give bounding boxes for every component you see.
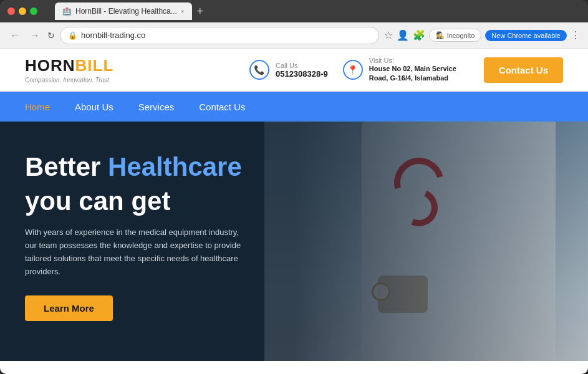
incognito-icon: 🕵️ [436,31,445,39]
tab-title: HornBill - Elevating Healthca... [75,7,177,16]
tab-close-button[interactable]: × [181,8,185,15]
phone-info: Call Us 0512308328-9 [276,62,328,79]
nav-home[interactable]: Home [25,94,50,120]
hero-description: With years of experience in the medical … [25,226,249,278]
refresh-button[interactable]: ↻ [47,31,55,41]
forward-button[interactable]: → [27,27,42,44]
nav-contact[interactable]: Contact Us [199,94,245,120]
website-content: HORNBILL Compassion. Innovation. Trust 📞… [0,49,588,374]
hero-title-healthcare: Healthcare [108,152,242,181]
browser-titlebar: 🏥 HornBill - Elevating Healthca... × + [0,0,588,22]
hero-title-better: Better [25,152,108,181]
visit-label: Visit Us: [369,57,469,64]
nav-services[interactable]: Services [138,94,175,120]
traffic-lights [7,7,37,15]
logo-bill: BILL [75,56,114,75]
extensions-icon[interactable]: 🧩 [413,29,425,41]
back-button[interactable]: ← [7,27,22,44]
toolbar-actions: ☆ 👤 🧩 🕵️ Incognito New Chrome available … [384,29,581,42]
tab-bar: 🏥 HornBill - Elevating Healthca... × + [50,2,581,20]
url-text: hornbill-trading.co [81,31,145,40]
incognito-badge: 🕵️ Incognito [429,29,482,42]
location-icon: 📍 [343,60,363,80]
call-label: Call Us [276,62,328,69]
minimize-window-button[interactable] [19,7,26,15]
hero-section: Better Healthcare you can get With years… [0,122,588,361]
bookmark-icon[interactable]: ☆ [384,29,393,41]
phone-number: 0512308328-9 [276,69,328,79]
phone-icon: 📞 [249,60,269,80]
header-contact: 📞 Call Us 0512308328-9 📍 Visit Us: House… [249,57,563,84]
hero-title-line2: you can get [25,186,287,216]
address-bar[interactable]: 🔒 hornbill-trading.co [60,27,379,44]
incognito-label: Incognito [447,32,475,39]
profile-icon[interactable]: 👤 [397,29,409,41]
close-window-button[interactable] [7,7,15,15]
logo-horn: HORN [25,56,75,75]
nav-about[interactable]: About Us [75,94,113,120]
phone-contact: 📞 Call Us 0512308328-9 [249,60,328,80]
logo-tagline: Compassion. Innovation. Trust [25,77,113,84]
lock-icon: 🔒 [68,31,77,40]
new-tab-button[interactable]: + [197,5,204,18]
hero-content: Better Healthcare you can get With years… [0,122,312,352]
address-contact: 📍 Visit Us: House No 02, Main Service Ro… [343,57,469,84]
address-info: Visit Us: House No 02, Main Service Road… [369,57,469,84]
maximize-window-button[interactable] [30,7,37,15]
menu-icon[interactable]: ⋮ [571,29,581,41]
hero-title-row1: Better Healthcare [25,153,287,181]
site-header: HORNBILL Compassion. Innovation. Trust 📞… [0,49,588,92]
browser-frame: 🏥 HornBill - Elevating Healthca... × + ←… [0,0,588,374]
address-value: House No 02, Main Service Road, G-16/4, … [369,64,469,84]
logo[interactable]: HORNBILL Compassion. Innovation. Trust [25,56,113,84]
site-nav: Home About Us Services Contact Us [0,92,588,122]
chrome-available-button[interactable]: New Chrome available [485,30,567,41]
active-tab[interactable]: 🏥 HornBill - Elevating Healthca... × [55,2,192,20]
learn-more-button[interactable]: Learn More [25,295,113,321]
browser-toolbar: ← → ↻ 🔒 hornbill-trading.co ☆ 👤 🧩 🕵️ Inc… [0,22,588,49]
contact-us-header-button[interactable]: Contact Us [484,57,563,83]
logo-text: HORNBILL [25,56,113,75]
tab-favicon: 🏥 [62,7,72,16]
